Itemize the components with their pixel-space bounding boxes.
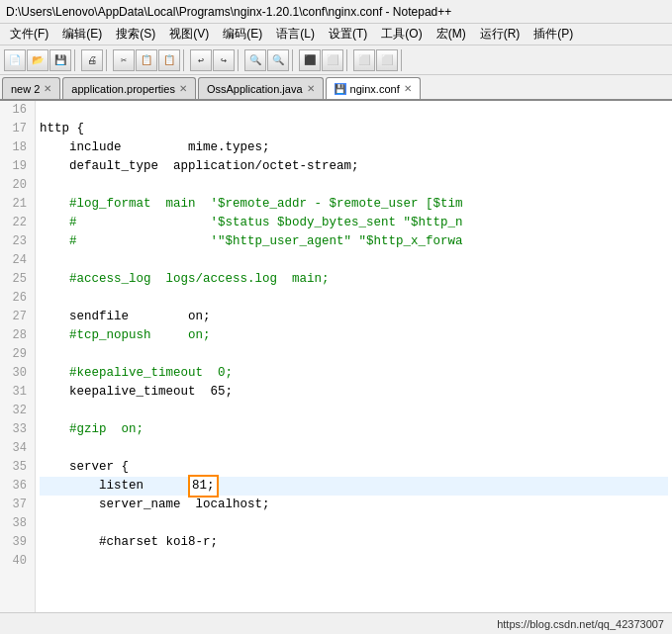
menu-item[interactable]: 文件(F) [4,25,54,44]
menu-item[interactable]: 插件(P) [528,25,579,44]
tab-label: OssApplication.java [207,83,303,95]
code-line [40,176,668,195]
status-right: https://blog.csdn.net/qq_42373007 [497,618,664,630]
code-line [40,552,668,571]
code-line: #log_format main '$remote_addr - $remote… [40,195,668,214]
line-number: 40 [8,552,27,571]
toolbar-button[interactable]: ↩ [190,49,212,71]
tab-new2[interactable]: new 2✕ [2,77,60,99]
tab-nginxconf[interactable]: 💾nginx.conf✕ [326,77,421,99]
code-text: server_name localhost; [40,496,270,514]
toolbar-button[interactable]: 💾 [49,49,71,71]
toolbar-separator [183,49,187,71]
code-line: #access_log logs/access.log main; [40,270,668,289]
line-number: 25 [8,270,27,289]
line-number: 35 [8,458,27,477]
tab-ossapp[interactable]: OssApplication.java✕ [198,77,324,99]
toolbar-button[interactable]: 🔍 [267,49,289,71]
line-number: 37 [8,496,27,514]
menu-item[interactable]: 视图(V) [163,25,215,44]
tab-appprops[interactable]: application.properties✕ [62,77,196,99]
line-number: 31 [8,383,27,402]
line-number: 33 [8,420,27,439]
toolbar-button[interactable]: 🔍 [244,49,266,71]
toolbar-separator [74,49,78,71]
code-line [40,439,668,458]
menu-item[interactable]: 编码(E) [217,25,268,44]
menu-item[interactable]: 宏(M) [431,25,472,44]
code-line: #keepalive_timeout 0; [40,364,668,383]
tab-label: new 2 [11,83,40,95]
menu-item[interactable]: 编辑(E) [56,25,108,44]
line-number: 32 [8,402,27,420]
toolbar-button[interactable]: 🖨 [81,49,103,71]
toolbar-button[interactable]: 📋 [158,49,180,71]
code-comment: #tcp_nopush on; [40,326,211,345]
code-text: default_type application/octet-stream; [40,157,359,176]
toolbar-separator [292,49,296,71]
code-comment: #keepalive_timeout 0; [40,364,233,383]
code-area[interactable]: http { include mime.types; default_type … [36,101,672,612]
line-number: 21 [8,195,27,214]
code-line: server_name localhost; [40,496,668,514]
save-icon: 💾 [335,83,346,95]
menu-item[interactable]: 设置(T) [323,25,373,44]
code-line: listen 81; [40,477,668,496]
code-line: server { [40,458,668,477]
code-comment: #gzip on; [40,420,144,439]
toolbar-separator [238,49,241,71]
code-line [40,101,668,120]
toolbar-button[interactable]: ↪ [213,49,235,71]
toolbar-button[interactable]: 📋 [136,49,157,71]
tab-close-button[interactable]: ✕ [179,84,187,94]
toolbar-button[interactable]: ⬜ [322,49,343,71]
toolbar-button[interactable]: 📂 [27,49,48,71]
menu-item[interactable]: 搜索(S) [110,25,161,44]
tab-label: nginx.conf [350,83,400,95]
code-line: #gzip on; [40,420,668,439]
code-text: http { [40,120,84,138]
tab-bar: new 2✕application.properties✕OssApplicat… [0,75,672,101]
line-number: 24 [8,251,27,270]
code-comment: # '$status $body_bytes_sent "$http_n [40,214,463,232]
tab-close-button[interactable]: ✕ [404,84,412,94]
status-bar: https://blog.csdn.net/qq_42373007 [0,612,672,634]
line-number: 27 [8,308,27,326]
toolbar-button[interactable]: ✂ [113,49,135,71]
code-text: listen [40,477,188,496]
toolbar-button[interactable]: ⬜ [353,49,375,71]
code-line [40,251,668,270]
code-line [40,514,668,533]
tab-close-button[interactable]: ✕ [44,84,51,94]
line-number: 23 [8,232,27,251]
toolbar-separator [346,49,350,71]
title-text: D:\Users\Lenovo\AppData\Local\Programs\n… [6,5,451,19]
menu-bar: 文件(F)编辑(E)搜索(S)视图(V)编码(E)语言(L)设置(T)工具(O)… [0,24,672,45]
toolbar: 📄📂💾🖨✂📋📋↩↪🔍🔍⬛⬜⬜⬜ [0,45,672,75]
code-line: sendfile on; [40,308,668,326]
menu-item[interactable]: 语言(L) [270,25,321,44]
line-number: 36 [8,477,27,496]
toolbar-button[interactable]: ⬜ [376,49,398,71]
code-comment: #log_format main '$remote_addr - $remote… [40,195,463,214]
code-text: keepalive_timeout 65; [40,383,233,402]
menu-item[interactable]: 工具(O) [375,25,428,44]
code-text: include mime.types; [40,138,270,157]
editor: 1617181920212223242526272829303132333435… [0,101,672,612]
menu-item[interactable]: 运行(R) [474,25,527,44]
line-number: 20 [8,176,27,195]
toolbar-button[interactable]: ⬛ [299,49,321,71]
line-number: 34 [8,439,27,458]
line-number: 17 [8,120,27,138]
code-comment: # '"$http_user_agent" "$http_x_forwa [40,232,463,251]
toolbar-button[interactable]: 📄 [4,49,26,71]
code-line: http { [40,120,668,138]
code-line: default_type application/octet-stream; [40,157,668,176]
line-number: 29 [8,345,27,364]
code-line: keepalive_timeout 65; [40,383,668,402]
highlighted-value: 81; [188,475,219,498]
line-number: 39 [8,533,27,552]
code-line: # '$status $body_bytes_sent "$http_n [40,214,668,232]
code-line: include mime.types; [40,138,668,157]
tab-close-button[interactable]: ✕ [307,84,315,94]
